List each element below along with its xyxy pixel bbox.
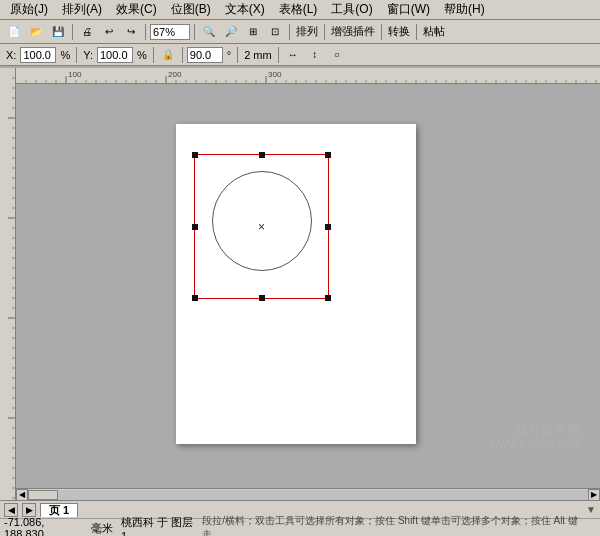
toolbar2: X: % Y: % 🔒 ° 2 mm ↔ ↕ ○ (0, 44, 600, 66)
open-btn[interactable]: 📂 (26, 23, 46, 41)
angle-unit: ° (225, 49, 233, 61)
handle-br[interactable] (325, 295, 331, 301)
zoom-fit-btn[interactable]: ⊞ (243, 23, 263, 41)
scroll-right-btn[interactable]: ▶ (588, 489, 600, 501)
menu-jishu[interactable]: 原始(J) (4, 0, 54, 19)
sep8 (76, 47, 77, 63)
menu-bitmap[interactable]: 位图(B) (165, 0, 217, 19)
menu-arrange[interactable]: 排列(A) (56, 0, 108, 19)
lock-ratio-btn[interactable]: 🔒 (158, 46, 178, 64)
sep7 (416, 24, 417, 40)
handle-bm[interactable] (259, 295, 265, 301)
x-unit: % (58, 49, 72, 61)
x-label: X: (4, 49, 18, 61)
menu-table[interactable]: 表格(L) (273, 0, 324, 19)
sep1 (72, 24, 73, 40)
menu-window[interactable]: 窗口(W) (381, 0, 436, 19)
scrollbar-h: ◀ ▶ (16, 488, 600, 500)
page-prev-btn[interactable]: ◀ (4, 503, 18, 517)
transform-label: 转换 (386, 24, 412, 39)
redo-btn[interactable]: ↪ (121, 23, 141, 41)
handle-ml[interactable] (192, 224, 198, 230)
full-circle-btn[interactable]: ○ (327, 46, 347, 64)
plugin-label: 增强插件 (329, 24, 377, 39)
page-next-btn[interactable]: ▶ (22, 503, 36, 517)
zoom-in-btn[interactable]: 🔍 (199, 23, 219, 41)
sep2 (145, 24, 146, 40)
sep9 (153, 47, 154, 63)
paste-label: 粘帖 (421, 24, 447, 39)
svg-text:200: 200 (168, 70, 182, 79)
sep3 (194, 24, 195, 40)
layer-info: 桃西科 于 图层 1 (121, 515, 202, 537)
coords-display: -71.086, 188.830 (4, 516, 87, 536)
watermark: 软件自学网 WWW.RJZXW.COM (489, 421, 580, 450)
status-bar: ◀ ▶ 页 1 ▼ -71.086, 188.830 毫米 桃西科 于 图层 1… (0, 500, 600, 536)
sep5 (324, 24, 325, 40)
handle-tm[interactable] (259, 152, 265, 158)
new-btn[interactable]: 📄 (4, 23, 24, 41)
handle-tr[interactable] (325, 152, 331, 158)
sep10 (182, 47, 183, 63)
menu-bar: 原始(J) 排列(A) 效果(C) 位图(B) 文本(X) 表格(L) 工具(O… (0, 0, 600, 20)
x-input[interactable] (20, 47, 56, 63)
handle-bl[interactable] (192, 295, 198, 301)
scroll-track-h[interactable] (28, 490, 588, 500)
menu-help[interactable]: 帮助(H) (438, 0, 491, 19)
ruler-horizontal: 100 200 300 (16, 68, 600, 84)
unit-display: 毫米 (91, 521, 113, 536)
selection-box: × (194, 154, 329, 299)
sep11 (237, 47, 238, 63)
svg-text:100: 100 (68, 70, 82, 79)
zoom-input[interactable] (150, 24, 190, 40)
sep12 (278, 47, 279, 63)
status-hint: 段拉/横料；双击工具可选择所有对象；按住 Shift 键单击可选择多个对象；按住… (202, 514, 596, 536)
handle-tl[interactable] (192, 152, 198, 158)
sep6 (381, 24, 382, 40)
y-label: Y: (81, 49, 95, 61)
scroll-left-btn[interactable]: ◀ (16, 489, 28, 501)
arrange-label: 排列 (294, 24, 320, 39)
canvas-area[interactable]: × 软件自学网 WWW.RJZXW.COM (16, 84, 600, 500)
sep4 (289, 24, 290, 40)
watermark-line2: WWW.RJZXW.COM (489, 439, 580, 450)
zoom-out-btn[interactable]: 🔎 (221, 23, 241, 41)
svg-text:300: 300 (268, 70, 282, 79)
mirror-h-btn[interactable]: ↔ (283, 46, 303, 64)
menu-tools[interactable]: 工具(O) (325, 0, 378, 19)
menu-effect[interactable]: 效果(C) (110, 0, 163, 19)
print-btn[interactable]: 🖨 (77, 23, 97, 41)
mirror-v-btn[interactable]: ↕ (305, 46, 325, 64)
undo-btn[interactable]: ↩ (99, 23, 119, 41)
y-input[interactable] (97, 47, 133, 63)
save-btn[interactable]: 💾 (48, 23, 68, 41)
scroll-thumb-h[interactable] (28, 490, 58, 500)
watermark-line1: 软件自学网 (489, 421, 580, 439)
status-bottom: -71.086, 188.830 毫米 桃西科 于 图层 1 段拉/横料；双击工… (0, 519, 600, 536)
page-tab-1[interactable]: 页 1 (40, 503, 78, 517)
zoom-page-btn[interactable]: ⊡ (265, 23, 285, 41)
angle-input[interactable] (187, 47, 223, 63)
menu-text[interactable]: 文本(X) (219, 0, 271, 19)
ruler-vertical (0, 68, 16, 500)
circle-shape[interactable] (212, 171, 312, 271)
document-page: × (176, 124, 416, 444)
y-unit: % (135, 49, 149, 61)
handle-mr[interactable] (325, 224, 331, 230)
toolbar1: 📄 📂 💾 🖨 ↩ ↪ 🔍 🔎 ⊞ ⊡ 排列 增强插件 转换 粘帖 (0, 20, 600, 44)
size-label: 2 mm (242, 49, 274, 61)
